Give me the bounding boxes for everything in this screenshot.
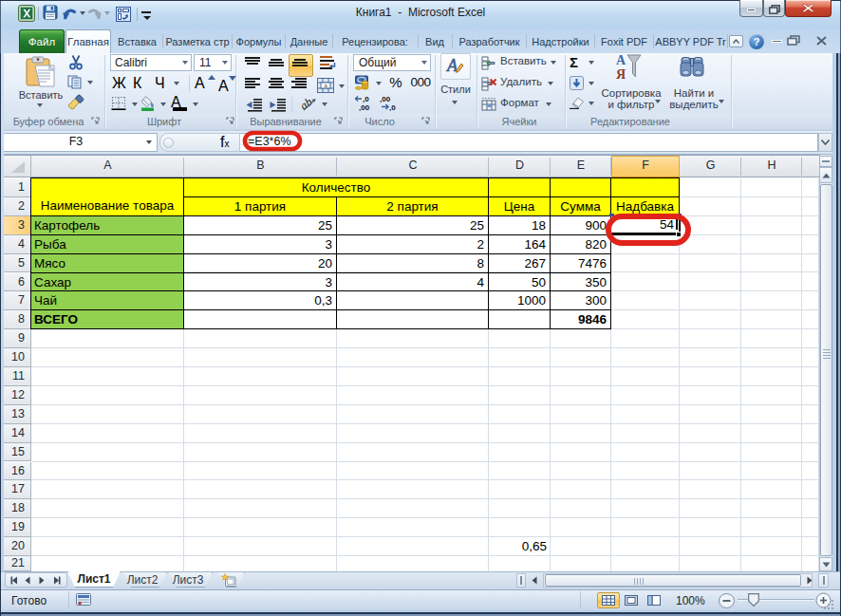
svg-text:,0: ,0 — [363, 95, 369, 103]
svg-text:ab: ab — [299, 95, 314, 112]
svg-text:,0: ,0 — [389, 103, 396, 111]
svg-text:,00: ,00 — [380, 95, 391, 103]
svg-text:А: А — [616, 53, 626, 67]
svg-text:,00: ,00 — [359, 103, 370, 111]
svg-text:Я: Я — [616, 67, 626, 81]
